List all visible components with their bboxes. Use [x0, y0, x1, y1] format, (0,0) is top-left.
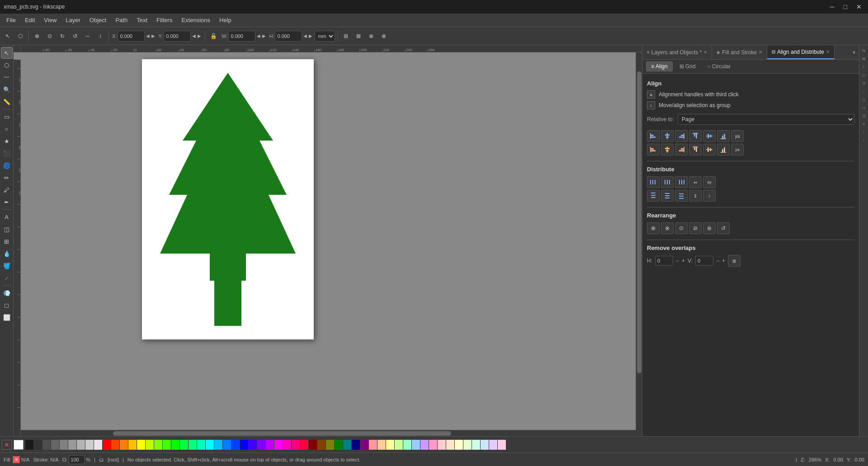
palette-color[interactable]	[257, 440, 265, 450]
menu-filters[interactable]: Filters	[152, 15, 177, 25]
distribute-centers-h[interactable]	[661, 176, 674, 188]
y-decrement[interactable]: ◀	[192, 33, 196, 39]
palette-color[interactable]	[386, 440, 394, 450]
palette-color[interactable]	[274, 440, 283, 450]
menu-layer[interactable]: Layer	[61, 15, 85, 25]
palette-color[interactable]	[335, 440, 343, 450]
x-input[interactable]	[118, 31, 145, 42]
snap-12[interactable]: ↓	[860, 137, 868, 144]
palette-color[interactable]	[111, 440, 119, 450]
palette-color[interactable]	[420, 440, 429, 450]
tool-node-edit[interactable]: ⬡	[1, 59, 13, 71]
snap-btn-1[interactable]: ⊞	[340, 30, 352, 42]
tool-rotate-cw[interactable]: ↻	[57, 30, 68, 42]
align-right-edges[interactable]	[675, 130, 688, 142]
tool-eraser[interactable]: ◻	[1, 299, 13, 311]
h-scrollbar[interactable]	[21, 430, 636, 436]
tab-align-distribute[interactable]: ⊟ Align and Distribute ✕	[767, 45, 835, 59]
align-center-v[interactable]	[703, 130, 716, 142]
palette-color[interactable]	[292, 440, 300, 450]
palette-color[interactable]	[463, 440, 472, 450]
palette-color[interactable]	[412, 440, 420, 450]
palette-color[interactable]	[403, 440, 411, 450]
tool-page[interactable]: ⬜	[1, 311, 13, 323]
tab-fill-stroke-close[interactable]: ✕	[759, 50, 762, 55]
snap-btn-3[interactable]: ⊕	[365, 30, 377, 42]
palette-color[interactable]	[249, 440, 257, 450]
palette-color[interactable]	[154, 440, 162, 450]
snap-btn-4[interactable]: ⊗	[378, 30, 390, 42]
distribute-gaps-h[interactable]: ⇔	[689, 176, 702, 188]
menu-object[interactable]: Object	[85, 15, 111, 25]
h-increment[interactable]: ▶	[308, 33, 313, 39]
snap-9[interactable]: ⊡	[860, 112, 868, 119]
tool-calligraphy[interactable]: ✒	[1, 196, 13, 208]
tool-zoom-tool[interactable]: 🔍	[1, 84, 13, 95]
overlap-v-decrement[interactable]: −	[716, 258, 719, 264]
palette-color[interactable]	[189, 440, 197, 450]
palette-color[interactable]	[300, 440, 308, 450]
menu-help[interactable]: Help	[215, 15, 236, 25]
align-anchor-middle[interactable]	[703, 144, 716, 155]
h-scroll-thumb[interactable]	[113, 431, 451, 436]
palette-color[interactable]	[369, 440, 377, 450]
relative-to-select[interactable]: Page Drawing Selection First selected La…	[678, 114, 854, 125]
tool-spray[interactable]: 💨	[1, 287, 13, 299]
palette-color[interactable]	[171, 440, 179, 450]
w-input[interactable]	[228, 31, 255, 42]
palette-color[interactable]	[438, 440, 446, 450]
align-bottom-edges[interactable]	[717, 130, 730, 142]
tool-star[interactable]: ★	[1, 135, 13, 147]
palette-color[interactable]	[240, 440, 248, 450]
distribute-gaps-v[interactable]: ⇕	[689, 190, 702, 202]
overlap-v-input[interactable]	[695, 256, 713, 266]
palette-color[interactable]	[489, 440, 497, 450]
panel-tabs-arrow[interactable]: ▾	[849, 45, 859, 59]
w-increment[interactable]: ▶	[262, 33, 266, 39]
tool-gradient[interactable]: ◫	[1, 223, 13, 235]
menu-path[interactable]: Path	[111, 15, 132, 25]
tool-tweak[interactable]: 〰	[1, 71, 13, 83]
palette-color[interactable]	[68, 440, 76, 450]
y-input[interactable]	[164, 31, 191, 42]
subtab-circular[interactable]: ○ Circular	[702, 61, 736, 71]
palette-color[interactable]	[214, 440, 222, 450]
palette-color[interactable]	[317, 440, 326, 450]
h-decrement[interactable]: ◀	[303, 33, 307, 39]
palette-color[interactable]	[283, 440, 291, 450]
tool-transform[interactable]: ⊙	[44, 30, 56, 42]
palette-color[interactable]	[77, 440, 85, 450]
rearrange-exchange-5[interactable]: ⊛	[703, 222, 716, 234]
palette-color[interactable]	[146, 440, 154, 450]
close-button[interactable]: ✕	[854, 2, 864, 11]
rearrange-exchange-2[interactable]: ⊗	[661, 222, 674, 234]
tool-mesh[interactable]: ⊞	[1, 235, 13, 247]
align-anchor-bottom[interactable]	[717, 144, 730, 155]
palette-color[interactable]	[25, 440, 33, 450]
distribute-bottom-edges[interactable]	[675, 190, 688, 202]
palette-color[interactable]	[377, 440, 386, 450]
snap-3[interactable]: +	[860, 63, 868, 71]
palette-color[interactable]	[343, 440, 351, 450]
tool-measure[interactable]: 📏	[1, 96, 13, 108]
tool-paint-bucket[interactable]: 🪣	[1, 260, 13, 272]
palette-color[interactable]	[446, 440, 454, 450]
palette-color[interactable]	[352, 440, 360, 450]
tab-layers-objects[interactable]: ≡ Layers and Objects * ✕	[642, 45, 712, 59]
v-scrollbar[interactable]	[636, 52, 642, 430]
palette-color[interactable]	[51, 440, 59, 450]
menu-view[interactable]: View	[39, 15, 61, 25]
palette-color[interactable]	[326, 440, 334, 450]
palette-color[interactable]	[455, 440, 463, 450]
tab-fill-stroke[interactable]: ◈ Fill and Stroke ✕	[712, 45, 767, 59]
palette-color[interactable]	[34, 440, 42, 450]
w-decrement[interactable]: ◀	[256, 33, 261, 39]
tab-align-distribute-close[interactable]: ✕	[826, 49, 830, 54]
palette-color[interactable]	[42, 440, 51, 450]
palette-color[interactable]	[360, 440, 368, 450]
palette-no-color[interactable]: ✕	[2, 440, 12, 450]
align-anchor-left[interactable]	[647, 144, 660, 155]
align-baseline[interactable]: ya	[731, 130, 744, 142]
tool-text[interactable]: A	[1, 211, 13, 223]
snap-11[interactable]: ↑	[860, 128, 868, 136]
